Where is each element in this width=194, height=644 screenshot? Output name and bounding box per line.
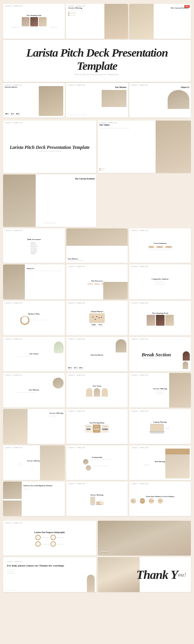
slide-business-plan: Larista · Template Business Plan Our Tar… — [3, 301, 65, 335]
slide-laptop-mockup: Larista · Template Laptop Mockup Busines… — [129, 409, 191, 444]
section-divider-1 — [3, 518, 191, 519]
slide-our-procesess: Larista · Template Our Procesess Process… — [66, 264, 128, 299]
slide-thank-you: Thank Y ou! — [98, 557, 191, 592]
slide-break-section: Larista · Template Break Section Meet Bo… — [129, 337, 191, 371]
section-vision-patricia-break: Larista · Template Our Vision Empowering… — [3, 337, 191, 371]
project-date: Project November 2021 — [7, 590, 16, 591]
slide-service-offering-3: Larista · Template Service Offering Serv… — [3, 445, 65, 480]
slide-preview-current-problem-hero: PPT Larista · Template The Current Probl… — [129, 4, 191, 39]
slide-preview-about-us-hero: Larista · Template About Us — [129, 83, 191, 118]
section-contact-thankyou: Larista · Template For help, please cont… — [3, 557, 191, 592]
slide-larista-cover: Larista · Template Larista Pitch Deck Pr… — [3, 121, 96, 173]
slide-title-team: Our Amazing Team — [27, 14, 42, 16]
section-service-pricing-laptop: Larista · Template Service Offering Spri… — [3, 409, 191, 444]
slide-industry-big-data: Larista · Template Industry-Successful B… — [3, 482, 65, 516]
slide-patricia-harris: Larista · Template Patricia Harris 80%Sa… — [66, 337, 128, 371]
section-progress-pitch: Larista · Template Larista Our Progress … — [3, 521, 191, 556]
slide-device-mockup: Larista · Template Device Mockup Lorem i… — [66, 482, 128, 516]
slide-current-problem: Larista · Template The Current Problem P… — [3, 174, 96, 227]
contact-info: 21 Street St. New York +001-232-442-455 … — [7, 569, 92, 575]
hero-title: Larista Pitch Deck Presentation Template — [8, 46, 186, 73]
slide-pricing-plans: Larista · Template Our Pricing Plans Bin… — [66, 409, 128, 444]
slide-our-values: Larista · Template Our Values Lorem ipsu… — [98, 121, 191, 173]
hero-main-slide: Larista Pitch Deck Presentation Template… — [3, 40, 191, 82]
section-about-procesess-competitor: Larista · Template About Us Lorem ipsum … — [3, 264, 191, 299]
section-toc-history-solutions: Larista · Template Table of Content Abou… — [3, 228, 191, 263]
team-photo-3 — [39, 17, 47, 26]
slide-testimonials: Larista · Template Testimonials "Lorem i… — [66, 445, 128, 480]
slide-our-team: Larista · Template Our Team — [66, 373, 128, 407]
slide-preview-our-mission-hero: Larista · Template Our Mission lorem ips… — [66, 83, 128, 118]
slide-competitor-analysis: Larista · Template Competitor Analysis P… — [129, 264, 191, 299]
slide-preview-service-offering: Larista · Template Service Offering lore… — [66, 4, 128, 39]
section-service3-testimonials-web: Larista · Template Service Offering Serv… — [3, 445, 191, 480]
hero-subtitle: Pitch Deck Presentation Template — [8, 73, 186, 76]
team-photo-2 — [30, 17, 38, 26]
slide-global-market: Larista · Template Global Market 7500+ G… — [66, 301, 128, 335]
section-mission-team-service: Larista · Template Our Mission Lorem ips… — [3, 373, 191, 407]
slide-contact-us: Larista · Template For help, please cont… — [3, 557, 96, 592]
slide-our-mission: Larista · Template Our Mission Lorem ips… — [3, 373, 65, 407]
section-business-global-team: Larista · Template Business Plan Our Tar… — [3, 301, 191, 335]
thank-you-text: Thank Y — [136, 568, 178, 582]
slide-preview-team: Larista · Template Our Amazing Team Agat… — [3, 4, 65, 39]
section-values-problem: Larista · Template Larista Pitch Deck Pr… — [3, 121, 191, 227]
slide-pitch-deck-image: Pitch Deck — [98, 521, 191, 556]
slide-web-mockup: Larista · Template Web Mockup Business S… — [129, 445, 191, 480]
slide-progress-infographic: Larista · Template Larista Our Progress … — [3, 521, 96, 556]
team-photo-1 — [22, 17, 29, 26]
contact-title: For help, please contact us! Thanks for … — [7, 564, 67, 568]
section-industry-device-problem: Larista · Template Industry-Successful B… — [3, 482, 191, 516]
slide-from-problem-solution: Larista · Template From Your Problem to … — [129, 482, 191, 516]
slide-preview-patricia-hero: Larista · Template Patricia Harris 80%Sa… — [3, 83, 65, 118]
slide-amazing-team-2: Larista · Template Our Amazing Team — [129, 301, 191, 335]
slide-our-history: Larista · Template Our History 2020 Numb… — [66, 228, 128, 263]
slide-service-spring: Larista · Template Service Offering Spri… — [3, 409, 65, 444]
slide-service-offering-2: Larista · Template Service Offering Conc… — [129, 373, 191, 407]
slide-about-us: Larista · Template About Us Lorem ipsum … — [3, 264, 65, 299]
slide-our-vision: Larista · Template Our Vision Empowering… — [3, 337, 65, 371]
hero-section: Larista · Template Our Amazing Team Agat… — [3, 4, 191, 117]
slide-table-of-content: Larista · Template Table of Content Abou… — [3, 228, 65, 263]
current-problem-title: The Current Problem — [164, 7, 189, 9]
slide-great-solutions: Larista · Template Great Solutions Desig… — [129, 228, 191, 263]
main-container: Larista · Template Our Amazing Team Agat… — [0, 0, 194, 596]
